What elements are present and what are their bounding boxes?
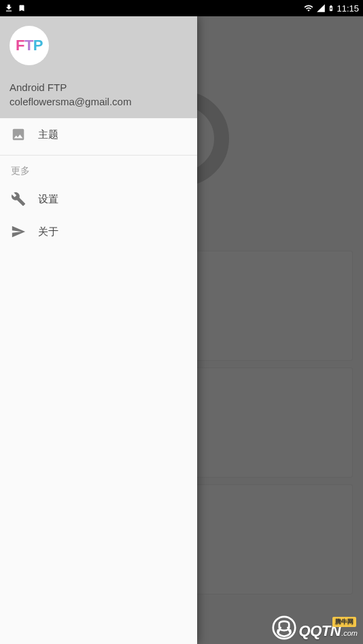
wifi-icon <box>303 3 314 13</box>
status-bar: 11:15 <box>0 0 363 16</box>
navigation-drawer: FTP Android FTP coleflowersma@gmail.com … <box>0 16 197 644</box>
watermark-badge: 腾牛网 <box>332 617 356 627</box>
watermark: 腾牛网 QQTN .com <box>272 615 358 640</box>
drawer-item-label: 设置 <box>38 193 58 206</box>
drawer-list: 主题 更多 设置 关于 <box>0 118 197 644</box>
status-left <box>4 3 26 13</box>
signal-icon <box>316 3 326 13</box>
drawer-item-theme[interactable]: 主题 <box>0 118 197 151</box>
wrench-icon <box>11 192 35 207</box>
avatar-text: FTP <box>16 37 43 54</box>
download-icon <box>4 3 14 13</box>
image-icon <box>11 127 35 142</box>
status-right: 11:15 <box>303 3 359 14</box>
app-name: Android FTP <box>10 82 188 93</box>
watermark-logo-icon <box>272 615 296 640</box>
watermark-suffix: .com <box>341 629 358 637</box>
drawer-item-label: 主题 <box>38 128 58 141</box>
drawer-item-about[interactable]: 关于 <box>0 215 197 248</box>
app-email: coleflowersma@gmail.com <box>10 96 188 107</box>
drawer-item-label: 关于 <box>38 226 58 238</box>
drawer-item-settings[interactable]: 设置 <box>0 183 197 215</box>
drawer-header: FTP Android FTP coleflowersma@gmail.com <box>0 16 197 118</box>
screen: 11:15 FTP Android FTP coleflowersma@gmai… <box>0 0 363 644</box>
watermark-text: 腾牛网 QQTN .com <box>299 622 358 640</box>
section-header-more: 更多 <box>0 156 197 183</box>
bookmark-icon <box>18 4 26 12</box>
status-time: 11:15 <box>336 3 359 14</box>
avatar: FTP <box>10 26 49 65</box>
battery-icon <box>328 3 334 14</box>
send-icon <box>11 224 35 239</box>
